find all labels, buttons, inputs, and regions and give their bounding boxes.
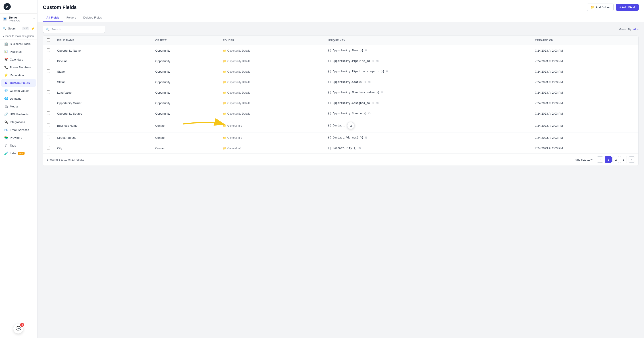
unique-key-text: {{ Opportunity.Pipeline_stage_id }} [328,70,384,73]
unique-key-text: {{ Opportunity.Source }} [328,112,366,115]
sidebar: A 👤 Demo Irvine, CA ▾ 🔍 Search ⌘ K ⚡ ◂ B… [0,0,38,338]
select-all-checkbox[interactable] [47,38,50,42]
folder-icon: 📁 [591,6,594,9]
sidebar-label-tags: Tags [10,144,16,147]
toolbar: 🔍 Group By All ▾ [43,26,639,33]
row-field-name: Stage [54,66,152,77]
copy-key-button[interactable]: ⧉ [364,48,368,53]
folder-name: Opportunity Details [228,70,250,73]
th-field-name: Field Name [54,36,152,45]
copy-key-button-highlighted[interactable]: ⧉ [347,122,354,129]
row-unique-key: {{ Conta... ⧉ [324,119,531,132]
page-3-button[interactable]: 3 [620,156,627,163]
row-folder: 📁 General Info [219,143,324,153]
business-profile-icon: 🏢 [4,42,8,46]
search-box[interactable]: 🔍 [43,26,105,33]
copy-key-button[interactable]: ⧉ [364,135,368,140]
row-checkbox[interactable] [47,59,50,62]
integrations-icon: 🔌 [4,120,8,124]
group-by-label: Group By [619,28,632,31]
custom-values-icon: 💎 [4,89,8,92]
sidebar-item-media[interactable]: 🖼Media [1,103,36,110]
group-by-control[interactable]: Group By All ▾ [619,28,639,31]
add-field-button[interactable]: + Add Field [616,4,639,11]
sidebar-item-integrations[interactable]: 🔌Integrations [1,118,36,126]
chat-badge: 4 [20,323,24,327]
nav-badge-labs: new [18,152,24,155]
next-page-button[interactable]: › [628,156,635,163]
sidebar-item-domains[interactable]: 🌐Domains [1,95,36,102]
row-object: Opportunity [152,45,219,56]
prev-page-button[interactable]: ‹ [597,156,603,163]
search-label: Search [8,27,20,30]
sidebar-label-url-redirects: URL Redirects [10,113,28,116]
th-object: Object [152,36,219,45]
unique-key-text: {{ Opportunity.Pipeline_id }} [328,59,375,63]
folder-name: General Info [228,147,242,150]
folder-icon: 📁 [223,147,226,150]
sidebar-label-media: Media [10,105,18,108]
row-checkbox[interactable] [47,49,50,52]
row-checkbox[interactable] [47,69,50,73]
row-created-on: 7/24/2023 At 2:03 PM [531,98,638,108]
sidebar-item-custom-fields[interactable]: ⚙Custom Fields [1,79,36,87]
th-folder: Folder [219,36,324,45]
tab-folders[interactable]: Folders [63,14,80,22]
add-folder-button[interactable]: 📁 Add Folder [587,4,614,11]
row-checkbox-cell [43,77,54,87]
custom-fields-icon: ⚙ [4,81,8,85]
row-checkbox[interactable] [47,90,50,94]
sidebar-item-custom-values[interactable]: 💎Custom Values [1,87,36,94]
copy-key-button[interactable]: ⧉ [376,59,379,63]
copy-key-button[interactable]: ⧉ [368,80,371,84]
table-row: City Contact 📁 General Info {{ Contact.C… [43,143,638,153]
tab-deleted-fields[interactable]: Deleted Fields [80,14,105,22]
back-navigation[interactable]: ◂ Back to main navigation [0,33,37,40]
copy-key-button[interactable]: ⧉ [358,146,361,150]
tab-all-fields[interactable]: All Fields [43,14,63,22]
row-checkbox[interactable] [47,123,50,127]
sidebar-item-email-services[interactable]: 📧Email Services [1,126,36,134]
sidebar-item-pipelines[interactable]: 📊Pipelines [1,48,36,55]
page-size-control[interactable]: Page size 10 ▾ [574,158,592,161]
row-checkbox[interactable] [47,136,50,139]
table-row: Opportunity Name Opportunity 📁 Opportuni… [43,45,638,56]
row-checkbox[interactable] [47,80,50,83]
table-row: Status Opportunity 📁 Opportunity Details… [43,77,638,87]
page-2-button[interactable]: 2 [612,156,619,163]
fields-table: Field Name Object Folder Unique Key Crea… [43,36,638,153]
chat-bubble[interactable]: 💬 4 [14,324,23,333]
copy-key-button[interactable]: ⧉ [386,69,388,74]
copy-key-button[interactable]: ⧉ [376,101,379,105]
row-unique-key: {{ Opportunity.Pipeline_stage_id }} ⧉ [324,66,531,77]
row-checkbox[interactable] [47,101,50,104]
folder-icon: 📁 [223,112,226,115]
sidebar-item-tags[interactable]: 🏷Tags [1,142,36,149]
calendars-icon: 📅 [4,58,8,61]
row-object: Opportunity [152,108,219,119]
page-1-button[interactable]: 1 [605,156,612,163]
sidebar-item-labs[interactable]: 🧪Labsnew [1,149,36,157]
row-checkbox-cell [43,45,54,56]
lightning-icon[interactable]: ⚡ [31,27,34,30]
page-size-chevron-icon: ▾ [591,158,592,161]
sidebar-search[interactable]: 🔍 Search ⌘ K ⚡ [0,24,37,33]
sidebar-item-url-redirects[interactable]: 🔗URL Redirects [1,110,36,118]
row-unique-key: {{ Opportunity.Source }} ⧉ [324,108,531,119]
search-input[interactable] [51,28,102,31]
row-checkbox[interactable] [47,146,50,149]
pagination-pages: 123 [605,156,627,163]
row-field-name: City [54,143,152,153]
sidebar-item-providers[interactable]: 🏪Providers [1,134,36,141]
group-by-chevron-icon: ▾ [637,28,639,31]
account-name: Demo [9,16,20,19]
sidebar-item-phone-numbers[interactable]: 📞Phone Numbers [1,63,36,71]
sidebar-item-business-profile[interactable]: 🏢Business Profile [1,40,36,48]
copy-key-button[interactable]: ⧉ [381,90,384,95]
row-checkbox[interactable] [47,111,50,115]
copy-key-button[interactable]: ⧉ [368,111,371,116]
sidebar-item-calendars[interactable]: 📅Calendars [1,56,36,63]
sidebar-item-reputation[interactable]: ⭐Reputation [1,71,36,79]
row-checkbox-cell [43,143,54,153]
account-switcher[interactable]: 👤 Demo Irvine, CA ▾ [0,14,37,24]
